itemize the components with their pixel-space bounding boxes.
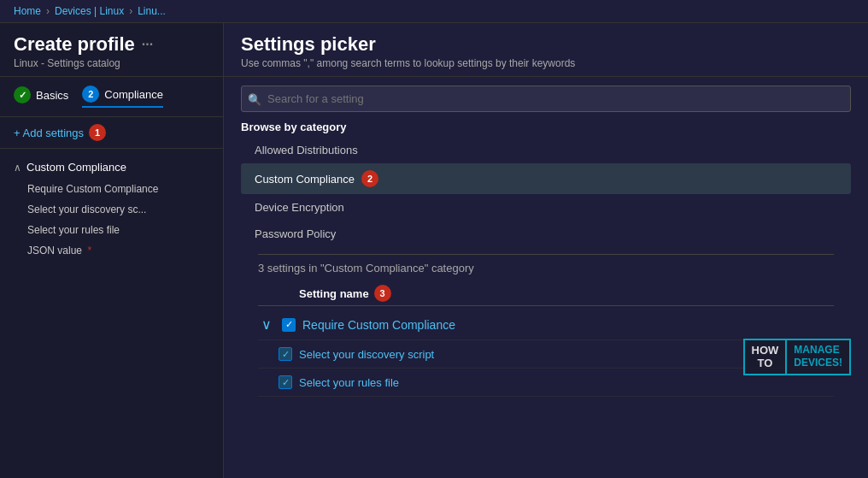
category-list: Allowed Distributions Custom Compliance …	[241, 137, 851, 247]
results-title: 3 settings in "Custom Compliance" catego…	[258, 262, 834, 274]
browse-label: Browse by category	[241, 121, 851, 133]
picker-subtitle: Use commas "," among search terms to loo…	[241, 57, 851, 69]
table-row[interactable]: ∨ ✓ Require Custom Compliance	[258, 310, 834, 340]
result-discovery-script: Select your discovery script	[299, 348, 434, 361]
browse-section: Browse by category Allowed Distributions…	[224, 121, 868, 478]
checkmark-icon: ✓	[285, 319, 293, 330]
left-header: Create profile ··· Linux - Settings cata…	[0, 23, 223, 77]
step-basics[interactable]: ✓ Basics	[14, 86, 68, 108]
search-input[interactable]	[241, 86, 851, 112]
result-rules-file: Select your rules file	[299, 376, 399, 389]
expand-icon[interactable]: ∨	[258, 316, 275, 333]
step-compliance-label: Compliance	[104, 88, 163, 101]
category-device-encryption[interactable]: Device Encryption	[241, 194, 851, 221]
category-header[interactable]: ∧ Custom Compliance	[0, 156, 223, 179]
breadcrumb-home[interactable]: Home	[14, 5, 41, 17]
add-settings-button[interactable]: + Add settings 1	[14, 124, 106, 141]
more-options-icon[interactable]: ···	[142, 37, 153, 52]
picker-header: Settings picker Use commas "," among sea…	[224, 23, 868, 77]
list-item[interactable]: JSON value *	[0, 240, 223, 261]
category-badge: 2	[361, 170, 378, 187]
add-settings-label: + Add settings	[14, 127, 84, 139]
category-chevron-icon: ∧	[14, 162, 21, 174]
add-settings-row: + Add settings 1	[0, 117, 223, 149]
picker-title: Settings picker	[241, 33, 851, 56]
result-require-custom-compliance: Require Custom Compliance	[302, 318, 455, 332]
checkbox-rules-file[interactable]: ✓	[279, 375, 292, 389]
category-password-policy[interactable]: Password Policy	[241, 221, 851, 247]
section-divider	[258, 254, 834, 255]
col-badge: 3	[374, 285, 391, 302]
category-custom-compliance[interactable]: Custom Compliance 2	[241, 163, 851, 194]
page-title: Create profile	[14, 33, 135, 56]
steps-bar: ✓ Basics 2 Compliance	[0, 77, 223, 117]
search-icon: 🔍	[248, 92, 261, 105]
checkbox-require-custom-compliance[interactable]: ✓	[282, 318, 296, 332]
list-item[interactable]: Require Custom Compliance	[0, 179, 223, 199]
step-basics-circle: ✓	[14, 86, 31, 103]
breadcrumb-devices[interactable]: Devices | Linux	[55, 5, 124, 17]
add-settings-badge: 1	[89, 124, 106, 141]
breadcrumb: Home › Devices | Linux › Linu...	[0, 0, 868, 23]
category-allowed-distributions[interactable]: Allowed Distributions	[241, 137, 851, 163]
step-basics-label: Basics	[36, 89, 68, 102]
settings-list: ∧ Custom Compliance Require Custom Compl…	[0, 149, 223, 478]
list-item[interactable]: Select your rules file	[0, 220, 223, 240]
step-compliance[interactable]: 2 Compliance	[82, 86, 163, 108]
step-compliance-circle: 2	[82, 86, 99, 103]
checkbox-discovery-script[interactable]: ✓	[279, 347, 292, 361]
checkmark-faded-icon: ✓	[282, 377, 290, 388]
subtitle: Linux - Settings catalog	[14, 57, 209, 69]
left-panel: Create profile ··· Linux - Settings cata…	[0, 23, 224, 478]
settings-picker-panel: Settings picker Use commas "," among sea…	[224, 23, 868, 478]
category-name: Custom Compliance	[26, 161, 126, 174]
category-custom-compliance-label: Custom Compliance	[255, 173, 355, 186]
watermark: HOW TO MANAGE DEVICES!	[743, 339, 851, 375]
col-header-row: Setting name 3	[258, 281, 834, 306]
breadcrumb-current: Linu...	[138, 5, 166, 17]
list-item[interactable]: Select your discovery sc...	[0, 199, 223, 220]
checkmark-faded-icon: ✓	[282, 349, 290, 360]
search-bar: 🔍	[241, 86, 851, 112]
col-header-setting-name: Setting name 3	[299, 285, 391, 302]
